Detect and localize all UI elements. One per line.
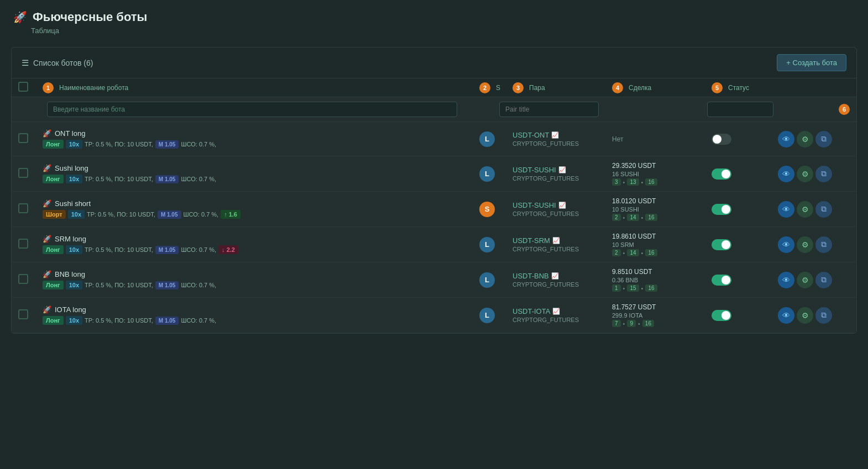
deal-usdt: 81.7527 USDT <box>612 303 712 311</box>
filter-status-input[interactable] <box>707 102 773 117</box>
view-button[interactable]: 👁 <box>778 272 794 288</box>
deal-coin: 299.9 IOTA <box>612 312 712 319</box>
actions-col: 👁 ⚙ ⧉ <box>778 307 850 324</box>
toggle-knob <box>721 276 730 284</box>
pair-name: USDT-BNB 📈 <box>513 272 612 280</box>
filter-row: 6 <box>12 97 856 122</box>
col-num-2: 2 <box>479 82 490 93</box>
filter-name-input[interactable] <box>47 102 457 117</box>
bot-tags: Лонг 10x ТР: 0.5 %, ПО: 10 USDT, М 1.05 … <box>43 281 479 289</box>
tag-type: Лонг <box>43 281 64 289</box>
tag-tr: ТР: 0.5 %, ПО: 10 USDT, <box>85 317 153 324</box>
deal-usdt: 9.8510 USDT <box>612 268 712 276</box>
row-checkbox[interactable] <box>18 203 28 213</box>
toggle[interactable] <box>712 204 731 215</box>
table-row: 🚀 IOTA long Лонг 10x ТР: 0.5 %, ПО: 10 U… <box>12 298 856 333</box>
toggle[interactable] <box>712 275 731 286</box>
settings-button[interactable]: ⚙ <box>797 236 813 253</box>
filter-status-cell <box>707 102 773 117</box>
deal-coin: 10 SRM <box>612 241 712 248</box>
copy-button[interactable]: ⧉ <box>815 166 832 182</box>
bot-name-row: 🚀 ONT long <box>43 129 479 138</box>
panel-title-text: Список ботов (6) <box>33 59 93 67</box>
tag-m: М 1.05 <box>155 317 179 325</box>
status-col[interactable] <box>712 168 778 180</box>
toggle[interactable] <box>712 239 731 250</box>
bot-name-col: 🚀 ONT long Лонг 10x ТР: 0.5 %, ПО: 10 US… <box>43 129 479 149</box>
deal-col: 9.8510 USDT 0.36 BNB 1 • 15 • 16 <box>612 268 712 292</box>
row-checkbox[interactable] <box>18 274 28 284</box>
pair-exchange: CRYPTORG_FUTURES <box>513 246 612 252</box>
bot-avatar-cell: L <box>479 131 513 147</box>
panel-header: ☰ Список ботов (6) + Создать бота <box>12 48 856 78</box>
bot-tags: Лонг 10x ТР: 0.5 %, ПО: 10 USDT, М 1.05 … <box>43 140 479 149</box>
bot-name: Sushi short <box>55 199 91 208</box>
view-button[interactable]: 👁 <box>778 307 794 324</box>
deal-num-1: 1 <box>612 284 621 292</box>
toggle[interactable] <box>712 168 731 180</box>
status-col[interactable] <box>712 134 778 145</box>
status-col[interactable] <box>712 310 778 321</box>
pair-name: USDT-SUSHI 📈 <box>513 201 612 209</box>
filter-pair-input[interactable] <box>499 102 599 117</box>
tag-m: М 1.05 <box>158 210 181 219</box>
view-button[interactable]: 👁 <box>778 131 794 147</box>
col-name-label: Наименование робота <box>59 84 128 92</box>
view-button[interactable]: 👁 <box>778 166 794 182</box>
create-bot-button[interactable]: + Создать бота <box>777 54 846 71</box>
avatar: S <box>479 202 495 217</box>
view-button[interactable]: 👁 <box>778 201 794 218</box>
pair-name: USDT-SUSHI 📈 <box>513 166 612 174</box>
col-num-5: 5 <box>712 82 723 93</box>
copy-button[interactable]: ⧉ <box>815 201 832 218</box>
row-checkbox[interactable] <box>18 168 28 178</box>
settings-button[interactable]: ⚙ <box>797 131 813 147</box>
toggle[interactable] <box>712 310 731 321</box>
status-col[interactable] <box>712 239 778 250</box>
settings-button[interactable]: ⚙ <box>797 272 813 288</box>
deal-nums: 7 • 9 • 16 <box>612 320 712 327</box>
copy-button[interactable]: ⧉ <box>815 307 832 324</box>
filter-pair-cell <box>499 102 599 117</box>
copy-button[interactable]: ⧉ <box>815 272 832 288</box>
bot-icon: 🚀 <box>43 235 51 243</box>
col-status-label: Статус <box>728 84 749 92</box>
deal-nums: 3 • 13 • 16 <box>612 178 712 186</box>
status-col[interactable] <box>712 204 778 215</box>
status-col[interactable] <box>712 275 778 286</box>
toggle[interactable] <box>712 134 731 145</box>
settings-button[interactable]: ⚙ <box>797 307 813 324</box>
row-checkbox-cell <box>18 309 43 321</box>
tag-type: Лонг <box>43 245 64 254</box>
row-checkbox[interactable] <box>18 239 28 249</box>
deal-num-3: 16 <box>645 178 657 186</box>
view-button[interactable]: 👁 <box>778 236 794 253</box>
tag-sco: ШСО: 0.7 %, <box>181 176 216 182</box>
table-row: 🚀 SRM long Лонг 10x ТР: 0.5 %, ПО: 10 US… <box>12 227 856 262</box>
bot-name-col: 🚀 Sushi long Лонг 10x ТР: 0.5 %, ПО: 10 … <box>43 164 479 183</box>
select-all-checkbox[interactable] <box>18 82 28 92</box>
row-checkbox[interactable] <box>18 133 28 143</box>
filter-count-badge: 6 <box>839 104 850 115</box>
avatar: L <box>479 272 495 288</box>
bot-name-col: 🚀 IOTA long Лонг 10x ТР: 0.5 %, ПО: 10 U… <box>43 305 479 325</box>
bot-tags: Лонг 10x ТР: 0.5 %, ПО: 10 USDT, М 1.05 … <box>43 245 479 254</box>
copy-button[interactable]: ⧉ <box>815 236 832 253</box>
bot-name: SRM long <box>55 235 86 243</box>
copy-button[interactable]: ⧉ <box>815 131 832 147</box>
table-row: 🚀 BNB long Лонг 10x ТР: 0.5 %, ПО: 10 US… <box>12 262 856 298</box>
actions-col: 👁 ⚙ ⧉ <box>778 131 850 147</box>
pair-exchange: CRYPTORG_FUTURES <box>513 317 612 323</box>
tag-leverage: 10x <box>66 175 82 183</box>
row-checkbox[interactable] <box>18 309 28 319</box>
bot-name: Sushi long <box>55 164 88 172</box>
pair-exchange: CRYPTORG_FUTURES <box>513 140 612 147</box>
checkbox-header-cell <box>18 82 43 93</box>
bot-name: BNB long <box>55 270 85 278</box>
settings-button[interactable]: ⚙ <box>797 166 813 182</box>
settings-button[interactable]: ⚙ <box>797 201 813 218</box>
tag-extra: ↑ 1.6 <box>221 210 240 219</box>
col-pair-label: Пара <box>529 84 545 92</box>
tag-sco: ШСО: 0.7 %, <box>181 317 216 324</box>
toggle-knob <box>721 170 730 178</box>
